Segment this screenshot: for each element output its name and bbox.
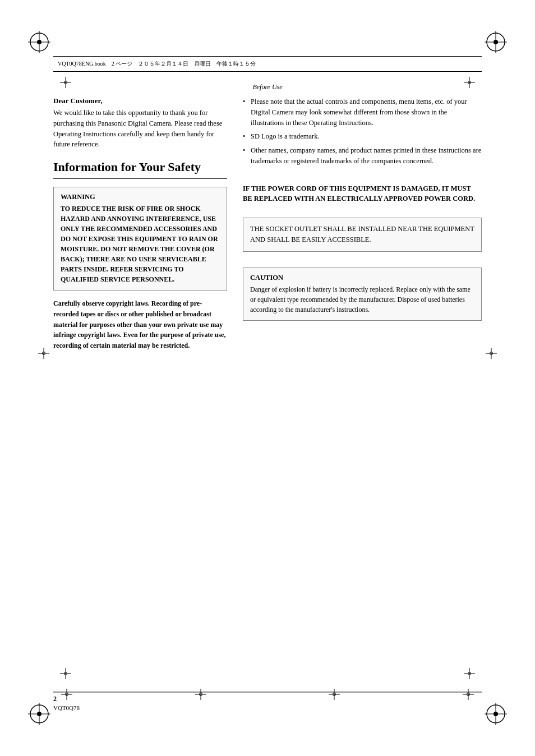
copyright-paragraph: Carefully observe copyright laws. Record… xyxy=(53,298,227,351)
caution-box: CAUTION Danger of explosion if battery i… xyxy=(243,268,482,321)
bullet-list: Please note that the actual controls and… xyxy=(243,96,482,170)
bottom-cross-4 xyxy=(463,689,474,700)
main-content: Dear Customer, We would like to take thi… xyxy=(53,96,482,680)
reg-mark-bottom-left xyxy=(28,703,50,725)
socket-outlet-box: THE SOCKET OUTLET SHALL BE INSTALLED NEA… xyxy=(243,218,482,252)
caution-title: CAUTION xyxy=(250,274,474,282)
bottom-cross-1 xyxy=(61,689,72,700)
left-column: Dear Customer, We would like to take thi… xyxy=(53,96,227,680)
list-item: Other names, company names, and product … xyxy=(243,145,482,167)
svg-point-15 xyxy=(494,712,498,716)
svg-point-3 xyxy=(37,40,41,44)
bottom-cross-3 xyxy=(329,689,340,700)
right-column: Please note that the actual controls and… xyxy=(243,96,482,680)
top-bar-text: VQT0Q78ENG.book 2 ページ ２０５年２月１４日 月曜日 午後１時… xyxy=(58,60,256,68)
warning-body: TO REDUCE THE RISK OF FIRE OR SHOCK HAZA… xyxy=(61,204,220,284)
bottom-cross-row xyxy=(0,689,535,700)
reg-mark-top-right xyxy=(485,31,507,53)
power-cord-heading: IF THE POWER CORD OF THIS EQUIPMENT IS D… xyxy=(243,183,482,205)
cross-mark-mid-left xyxy=(38,348,49,361)
list-item: SD Logo is a trademark. xyxy=(243,131,482,142)
cross-mark-mid-right xyxy=(486,348,497,361)
dear-customer-section: Dear Customer, We would like to take thi… xyxy=(53,96,227,150)
reg-mark-bottom-right xyxy=(485,703,507,725)
heading-rule xyxy=(53,178,227,179)
warning-title: WARNING xyxy=(61,193,220,201)
svg-point-7 xyxy=(494,40,498,44)
before-use-label: Before Use xyxy=(0,83,535,91)
top-bar: VQT0Q78ENG.book 2 ページ ２０５年２月１４日 月曜日 午後１時… xyxy=(53,56,482,72)
reg-mark-top-left xyxy=(28,31,50,53)
dear-customer-text: We would like to take this opportunity t… xyxy=(53,108,227,150)
page-code: VQT0Q78 xyxy=(53,704,482,711)
section-heading: Information for Your Safety xyxy=(53,160,227,174)
warning-box: WARNING TO REDUCE THE RISK OF FIRE OR SH… xyxy=(53,187,227,291)
list-item: Please note that the actual controls and… xyxy=(243,96,482,128)
salutation: Dear Customer, xyxy=(53,96,227,105)
bottom-cross-2 xyxy=(195,689,206,700)
socket-outlet-text: THE SOCKET OUTLET SHALL BE INSTALLED NEA… xyxy=(250,224,474,246)
caution-text: Danger of explosion if battery is incorr… xyxy=(250,284,474,315)
svg-point-11 xyxy=(37,712,41,716)
